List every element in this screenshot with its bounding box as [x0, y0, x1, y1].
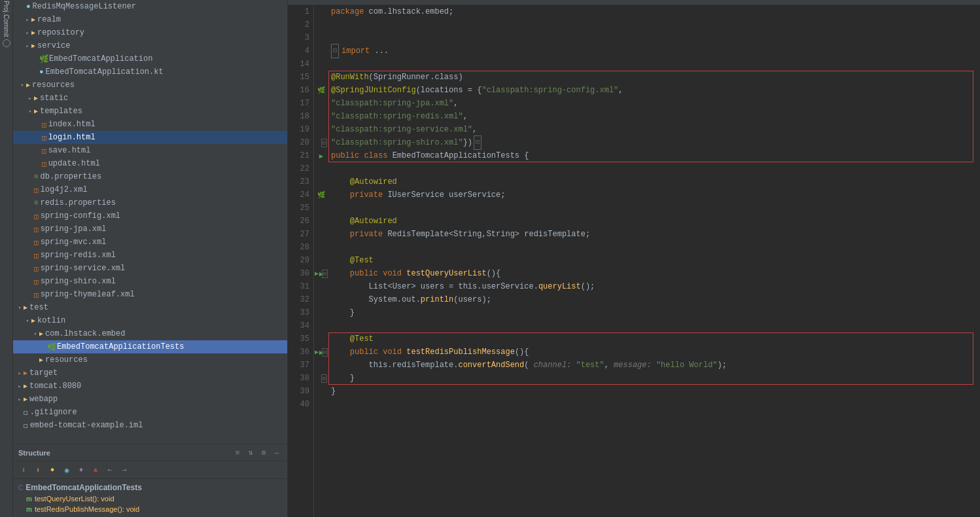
tree-arrow-kotlin-test[interactable]: [24, 317, 31, 325]
tree-arrow-com-lhstack-embed[interactable]: [31, 330, 39, 338]
tree-arrow-db-properties[interactable]: [26, 173, 34, 181]
gutter-14[interactable]: [314, 58, 328, 71]
tree-arrow-service[interactable]: [24, 42, 31, 50]
tree-arrow-spring-thymeleaf-xml[interactable]: [26, 291, 34, 298]
tree-item-target[interactable]: ▶target: [13, 366, 287, 380]
struct-icon-3[interactable]: ●: [46, 463, 59, 476]
tree-arrow-save-html[interactable]: [34, 147, 42, 154]
gutter-21[interactable]: ▶: [314, 149, 328, 162]
commit-icon[interactable]: Commit: [2, 21, 11, 30]
tree-arrow-login-html[interactable]: [34, 134, 42, 141]
tree-item-embed-iml[interactable]: ◻embed-tomcat-example.iml: [13, 419, 287, 432]
tree-arrow-test[interactable]: [16, 304, 24, 312]
tree-arrow-realm[interactable]: [24, 16, 31, 24]
tree-item-spring-shiro-xml[interactable]: ◫spring-shiro.xml: [13, 275, 287, 288]
struct-icon-2[interactable]: ⬆: [31, 463, 44, 476]
tree-item-login-html[interactable]: ◫login.html: [13, 131, 287, 144]
tree-arrow-spring-jpa-xml[interactable]: [26, 225, 34, 233]
gutter-39[interactable]: [314, 385, 328, 398]
project-icon[interactable]: Proj…: [2, 5, 11, 14]
tree-arrow-target[interactable]: [16, 369, 24, 377]
tree-item-spring-jpa-xml[interactable]: ◫spring-jpa.xml: [13, 223, 287, 236]
gutter-1[interactable]: [314, 5, 328, 18]
tree-item-resources[interactable]: ▶resources: [13, 79, 287, 92]
gutter-28[interactable]: [314, 241, 328, 254]
code-column[interactable]: package com.lhstack.embed;⊟import ...@Ru…: [328, 5, 980, 517]
gutter-34[interactable]: [314, 319, 328, 332]
gutter-3[interactable]: [314, 31, 328, 45]
gutter-31[interactable]: [314, 280, 328, 293]
tree-item-tomcat-8080[interactable]: ▶tomcat.8080: [13, 380, 287, 393]
tree-item-spring-redis-xml[interactable]: ◫spring-redis.xml: [13, 249, 287, 262]
tree-item-resources-test[interactable]: ▶resources: [13, 353, 287, 366]
structure-icon[interactable]: [3, 39, 10, 47]
gutter-16[interactable]: 🌿: [314, 84, 328, 97]
struct-icon-5[interactable]: ♦: [75, 463, 88, 476]
tree-arrow-static[interactable]: [26, 94, 34, 102]
gutter-29[interactable]: [314, 254, 328, 267]
gutter-33[interactable]: [314, 306, 328, 319]
gutter-22[interactable]: [314, 162, 328, 175]
tree-arrow-embed-iml[interactable]: [16, 421, 24, 429]
struct-icon-7[interactable]: ←: [103, 463, 116, 476]
struct-icon-8[interactable]: →: [118, 463, 131, 476]
struct-method-1[interactable]: m testQueryUserList(): void: [13, 493, 287, 504]
sort2-btn[interactable]: ⇅: [245, 448, 256, 458]
gutter-37[interactable]: [314, 359, 328, 372]
struct-icon-6[interactable]: ▲: [89, 463, 102, 476]
struct-method-2[interactable]: m testRedisPublishMessage(): void: [13, 504, 287, 514]
tree-item-test[interactable]: ▶test: [13, 301, 287, 314]
run-fold-gutter-30[interactable]: ▶⊟: [314, 267, 328, 280]
tree-item-gitignore[interactable]: ◻.gitignore: [13, 406, 287, 419]
tree-arrow-spring-mvc-xml[interactable]: [26, 238, 34, 246]
gutter-24[interactable]: 🌿: [314, 188, 328, 202]
gutter-19[interactable]: [314, 123, 328, 136]
tree-item-webapp[interactable]: ▶webapp: [13, 393, 287, 406]
fold-end-20[interactable]: ⊟: [474, 135, 481, 150]
tree-item-repository[interactable]: ▶repository: [13, 26, 287, 39]
tree-item-com-lhstack-embed[interactable]: ▶com.lhstack.embed: [13, 327, 287, 340]
tree-arrow-embed-tomcat-app-kt[interactable]: [31, 68, 39, 76]
tree-arrow-webapp[interactable]: [16, 395, 24, 403]
tree-arrow-spring-service-xml[interactable]: [26, 264, 34, 272]
settings-btn[interactable]: ⚙: [258, 448, 269, 458]
gutter-32[interactable]: [314, 293, 328, 306]
tree-arrow-index-html[interactable]: [34, 120, 42, 128]
struct-icon-4[interactable]: ◉: [60, 463, 73, 476]
tree-item-index-html[interactable]: ◫index.html: [13, 118, 287, 131]
gutter-27[interactable]: [314, 228, 328, 241]
tree-item-log4j2-xml[interactable]: ◫log4j2.xml: [13, 183, 287, 196]
tree-arrow-redis-properties[interactable]: [26, 199, 34, 207]
gutter-17[interactable]: [314, 97, 328, 110]
tree-arrow-embed-tomcat-app[interactable]: [31, 55, 39, 63]
tree-arrow-update-html[interactable]: [34, 160, 42, 168]
tree-arrow-tomcat-8080[interactable]: [16, 382, 24, 390]
tree-item-embed-tomcat-app-kt[interactable]: ●EmbedTomcatApplication.kt: [13, 65, 287, 79]
tree-arrow-repository[interactable]: [24, 29, 31, 37]
tree-arrow-spring-redis-xml[interactable]: [26, 251, 34, 259]
tree-arrow-templates[interactable]: [26, 107, 34, 115]
tree-arrow-embed-tests[interactable]: [39, 343, 47, 351]
gutter-25[interactable]: [314, 202, 328, 215]
gutter-4[interactable]: [314, 45, 328, 58]
tree-arrow-spring-config-xml[interactable]: [26, 212, 34, 220]
tree-arrow-redis-listener[interactable]: [18, 3, 26, 10]
struct-icon-1[interactable]: ⬇: [17, 463, 30, 476]
tree-item-spring-mvc-xml[interactable]: ◫spring-mvc.xml: [13, 236, 287, 249]
tree-arrow-spring-shiro-xml[interactable]: [26, 277, 34, 285]
tree-item-spring-config-xml[interactable]: ◫spring-config.xml: [13, 209, 287, 223]
gutter-26[interactable]: [314, 215, 328, 228]
tree-item-embed-tests[interactable]: 🌿EmbedTomcatApplicationTests: [13, 340, 287, 353]
struct-class[interactable]: C EmbedTomcatApplicationTests: [13, 482, 287, 493]
tree-item-kotlin-test[interactable]: ▶kotlin: [13, 314, 287, 327]
fold-gutter-38[interactable]: ⊟: [321, 372, 327, 385]
tree-arrow-resources[interactable]: [18, 81, 26, 89]
tree-item-update-html[interactable]: ◫update.html: [13, 157, 287, 170]
file-tree[interactable]: ●RedisMqMessageListener▶realm▶repository…: [13, 0, 287, 444]
gutter-18[interactable]: [314, 110, 328, 123]
tree-item-spring-service-xml[interactable]: ◫spring-service.xml: [13, 262, 287, 275]
tree-item-save-html[interactable]: ◫save.html: [13, 144, 287, 157]
tree-item-service[interactable]: ▶service: [13, 39, 287, 52]
gutter-23[interactable]: [314, 175, 328, 188]
tree-item-realm[interactable]: ▶realm: [13, 13, 287, 26]
